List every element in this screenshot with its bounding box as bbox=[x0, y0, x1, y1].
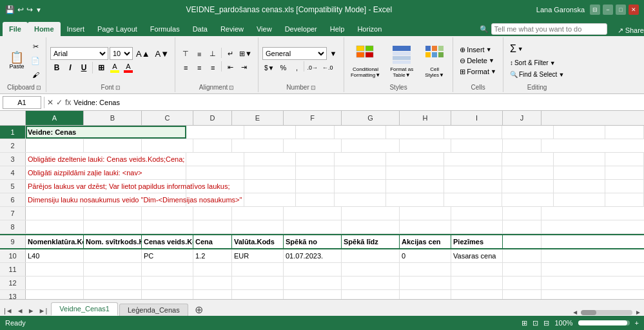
increase-indent-btn[interactable]: ⇥ bbox=[237, 61, 250, 74]
tab-file[interactable]: File bbox=[3, 22, 28, 36]
cell-j7[interactable] bbox=[503, 207, 542, 220]
copy-button[interactable]: 📄 bbox=[29, 54, 42, 67]
cell-g3[interactable] bbox=[444, 153, 502, 166]
row-number-5[interactable]: 5 bbox=[0, 180, 26, 193]
cell-j2[interactable] bbox=[503, 139, 542, 152]
cell-a12[interactable] bbox=[26, 277, 84, 289]
view-page-break-btn[interactable]: ⊟ bbox=[543, 319, 549, 327]
cell-j13[interactable] bbox=[503, 290, 542, 299]
cell-g1[interactable] bbox=[444, 126, 502, 139]
cell-e12[interactable] bbox=[232, 277, 284, 289]
cell-d10[interactable]: 1.2 bbox=[193, 249, 232, 262]
align-left-btn[interactable]: ≡ bbox=[179, 61, 192, 74]
decrease-indent-btn[interactable]: ⇤ bbox=[224, 61, 237, 74]
cell-i10[interactable]: Vasaras cena bbox=[451, 249, 503, 262]
cell-h6[interactable] bbox=[502, 193, 554, 206]
col-header-c[interactable]: C bbox=[142, 111, 193, 125]
customize-icon[interactable]: ▼ bbox=[35, 6, 42, 14]
cell-h13[interactable] bbox=[400, 290, 451, 299]
row-number-12[interactable]: 12 bbox=[0, 277, 26, 289]
format-as-table-btn[interactable]: Format asTable▼ bbox=[385, 42, 418, 79]
cell-styles-btn[interactable]: CellStyles▼ bbox=[420, 42, 449, 79]
cell-a5[interactable]: Pārējos laukus var dzēst; Var lietot pap… bbox=[26, 180, 186, 193]
tab-developer[interactable]: Developer bbox=[278, 22, 324, 36]
cell-b8[interactable] bbox=[84, 220, 142, 233]
row-number-11[interactable]: 11 bbox=[0, 263, 26, 276]
row-number-13[interactable]: 13 bbox=[0, 290, 26, 299]
cell-d12[interactable] bbox=[193, 277, 232, 289]
cell-c1[interactable] bbox=[244, 126, 296, 139]
row-number-8[interactable]: 8 bbox=[0, 220, 26, 233]
format-btn[interactable]: ⊞ Format ▼ bbox=[457, 67, 499, 77]
next-sheet-arrow[interactable]: ► bbox=[26, 306, 36, 316]
search-area[interactable]: 🔍 bbox=[480, 23, 612, 36]
cell-f4[interactable] bbox=[386, 166, 444, 179]
cell-b7[interactable] bbox=[84, 207, 142, 220]
cell-c10[interactable]: PC bbox=[142, 249, 193, 262]
tab-review[interactable]: Review bbox=[214, 22, 250, 36]
close-btn[interactable]: ✕ bbox=[629, 5, 639, 15]
number-format-expand[interactable]: ▼ bbox=[327, 47, 340, 60]
cell-g5[interactable] bbox=[444, 180, 502, 193]
cell-d3[interactable] bbox=[296, 153, 335, 166]
cell-g13[interactable] bbox=[342, 290, 400, 299]
cell-j8[interactable] bbox=[503, 220, 542, 233]
formula-icons[interactable]: ✕ ✓ fx bbox=[47, 98, 71, 107]
cell-b9[interactable]: Nom. svītrkods.K bbox=[84, 235, 142, 248]
cell-e5[interactable] bbox=[335, 180, 386, 193]
align-middle-btn[interactable]: ≡ bbox=[193, 48, 206, 61]
font-name-select[interactable]: Arial bbox=[50, 47, 108, 60]
col-header-d[interactable]: D bbox=[193, 111, 232, 125]
accounting-btn[interactable]: $▼ bbox=[262, 61, 276, 74]
cell-i11[interactable] bbox=[451, 263, 503, 276]
decrease-decimal-btn[interactable]: .0→ bbox=[305, 61, 320, 74]
sheet-tab-veidne-cenas1[interactable]: Veidne_Cenas1 bbox=[51, 302, 118, 316]
cell-f12[interactable] bbox=[284, 277, 342, 289]
cell-h3[interactable] bbox=[502, 153, 554, 166]
cell-c8[interactable] bbox=[142, 220, 193, 233]
bold-btn[interactable]: B bbox=[50, 61, 63, 74]
find-select-btn[interactable]: 🔍 Find & Select ▼ bbox=[507, 70, 567, 79]
quick-access-toolbar[interactable]: 💾 ↩ ↪ ▼ bbox=[5, 5, 42, 14]
cell-e3[interactable] bbox=[335, 153, 386, 166]
cell-j6[interactable] bbox=[605, 193, 644, 206]
cell-d13[interactable] bbox=[193, 290, 232, 299]
cell-a4[interactable]: Obligāti aizpildāmi zaļie lauki: <nav> bbox=[26, 166, 186, 179]
cell-j3[interactable] bbox=[605, 153, 644, 166]
cell-b3[interactable] bbox=[186, 153, 244, 166]
cell-i5[interactable] bbox=[554, 180, 605, 193]
maximize-btn[interactable]: □ bbox=[616, 5, 626, 15]
cell-f2[interactable] bbox=[284, 139, 342, 152]
cell-d8[interactable] bbox=[193, 220, 232, 233]
cell-f1[interactable] bbox=[386, 126, 444, 139]
cell-i7[interactable] bbox=[451, 207, 503, 220]
border-btn[interactable]: ⊞ bbox=[95, 61, 108, 74]
cut-button[interactable]: ✂ bbox=[29, 40, 42, 53]
fill-color-btn[interactable]: A bbox=[108, 61, 121, 74]
cell-i6[interactable] bbox=[554, 193, 605, 206]
wrap-text-btn[interactable]: ↵ bbox=[224, 48, 237, 61]
col-header-f[interactable]: F bbox=[284, 111, 342, 125]
cancel-icon[interactable]: ✕ bbox=[47, 98, 54, 107]
cell-e11[interactable] bbox=[232, 263, 284, 276]
cell-j11[interactable] bbox=[503, 263, 542, 276]
cell-f3[interactable] bbox=[386, 153, 444, 166]
cell-d6[interactable] bbox=[296, 193, 335, 206]
cell-f11[interactable] bbox=[284, 263, 342, 276]
cell-d1[interactable] bbox=[296, 126, 335, 139]
cell-g12[interactable] bbox=[342, 277, 400, 289]
tab-data[interactable]: Data bbox=[186, 22, 214, 36]
cell-f7[interactable] bbox=[284, 207, 342, 220]
cell-g4[interactable] bbox=[444, 166, 502, 179]
tab-view[interactable]: View bbox=[250, 22, 278, 36]
last-sheet-arrow[interactable]: ►| bbox=[37, 306, 49, 316]
scroll-right-btn[interactable]: ► bbox=[635, 309, 641, 316]
search-input[interactable] bbox=[491, 23, 607, 35]
cell-b5[interactable] bbox=[186, 180, 244, 193]
increase-decimal-btn[interactable]: ←.0 bbox=[320, 61, 335, 74]
cell-b2[interactable] bbox=[84, 139, 142, 152]
align-top-btn[interactable]: ⊤ bbox=[179, 48, 192, 61]
row-number-9[interactable]: 9 bbox=[0, 235, 26, 248]
cell-g11[interactable] bbox=[342, 263, 400, 276]
merge-center-btn[interactable]: ⊞▼ bbox=[237, 48, 254, 61]
